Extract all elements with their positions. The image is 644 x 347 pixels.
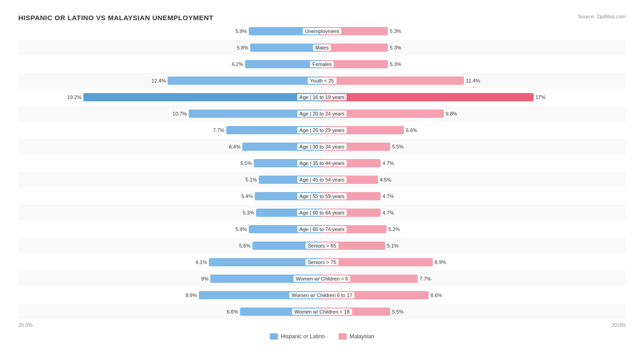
chart-row: 9% Women w/ Children < 6 7.7% [18,271,626,286]
chart-row: 9.9% Women w/ Children 6 to 17 8.6% [18,287,626,303]
chart-row: 9.1% Seniors > 75 8.9% [18,254,626,270]
chart-row: 10.7% Age | 20 to 24 years 9.8% [18,106,626,121]
chart-row: 5.5% Age | 35 to 44 years 4.7% [18,155,626,171]
legend-swatch-right [338,333,347,340]
legend-label-right: Malaysian [349,333,374,340]
axis-labels: 20.0% 20.0% [18,320,626,329]
chart-row: 5.9% Unemployment 5.3% [18,23,626,39]
chart-row: 5.6% Seniors > 65 5.1% [18,238,626,253]
chart-row: 6.2% Females 5.3% [18,56,626,72]
chart-row: 5.8% Males 5.3% [18,40,626,55]
axis-left: 20.0% [18,322,33,328]
chart-row: 6.4% Age | 30 to 34 years 5.5% [18,139,626,154]
legend-item-right: Malaysian [338,333,374,340]
chart-row: 5.9% Age | 65 to 74 years 5.2% [18,221,626,237]
chart-row: 12.4% Youth < 25 11.4% [18,73,626,88]
axis-right: 20.0% [611,322,626,328]
chart-row: 7.7% Age | 25 to 29 years 6.6% [18,122,626,138]
chart-source: Source: ZipAtlas.com [578,14,626,19]
chart-area: 5.9% Unemployment 5.3% 5.8% Males 5.3% [18,23,626,319]
chart-row: 5.1% Age | 45 to 54 years 4.5% [18,172,626,187]
legend: Hispanic or Latino Malaysian [18,333,626,340]
chart-container: HISPANIC OR LATINO VS MALAYSIAN UNEMPLOY… [9,9,635,347]
chart-row: 5.4% Age | 55 to 59 years 4.7% [18,188,626,204]
legend-item-left: Hispanic or Latino [270,333,325,340]
legend-label-left: Hispanic or Latino [281,333,325,340]
chart-row: 19.2% Age | 16 to 19 years 17% [18,89,626,105]
chart-title: HISPANIC OR LATINO VS MALAYSIAN UNEMPLOY… [18,14,213,22]
chart-row: 6.6% Women w/ Children < 18 5.5% [18,304,626,319]
chart-row: 5.3% Age | 60 to 64 years 4.7% [18,205,626,220]
legend-swatch-left [270,333,278,340]
